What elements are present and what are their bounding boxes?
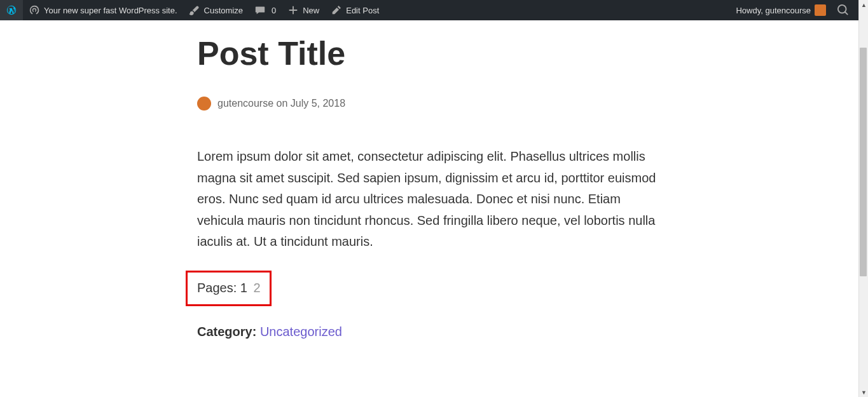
edit-post-link[interactable]: Edit Post bbox=[325, 0, 385, 20]
scroll-up-arrow[interactable]: ▲ bbox=[859, 0, 868, 10]
pagination-label: Pages: bbox=[197, 281, 240, 295]
wp-admin-bar: Your new super fast WordPress site. Cust… bbox=[0, 0, 858, 20]
category-label: Category: bbox=[197, 325, 260, 339]
post-pagination: Pages: 1 2 bbox=[197, 281, 661, 295]
comments-link[interactable]: 0 bbox=[249, 0, 282, 20]
post-date: July 5, 2018 bbox=[291, 98, 345, 109]
post-body: Lorem ipsum dolor sit amet, consectetur … bbox=[197, 146, 661, 253]
post-title: Post Title bbox=[197, 34, 661, 72]
scroll-track[interactable] bbox=[859, 10, 868, 387]
brush-icon bbox=[189, 4, 200, 16]
author-link[interactable]: gutencourse bbox=[217, 98, 273, 109]
new-content-link[interactable]: New bbox=[282, 0, 325, 20]
new-content-label: New bbox=[303, 6, 319, 15]
pagination-current: 1 bbox=[240, 281, 247, 295]
browser-scrollbar[interactable]: ▲ ▼ bbox=[858, 0, 868, 397]
plus-icon bbox=[287, 4, 299, 16]
comments-count: 0 bbox=[272, 6, 276, 15]
avatar bbox=[815, 4, 826, 16]
wp-logo-menu[interactable] bbox=[0, 0, 23, 20]
author-avatar bbox=[197, 97, 211, 111]
post-meta: gutencourse on July 5, 2018 bbox=[197, 97, 661, 111]
post-category: Category: Uncategorized bbox=[197, 325, 661, 339]
site-name-label: Your new super fast WordPress site. bbox=[44, 6, 177, 15]
category-link[interactable]: Uncategorized bbox=[260, 325, 342, 339]
search-icon bbox=[837, 4, 849, 16]
post-meta-text: gutencourse on July 5, 2018 bbox=[217, 98, 345, 109]
customize-label: Customize bbox=[204, 6, 243, 15]
page-viewport: Post Title gutencourse on July 5, 2018 L… bbox=[0, 20, 858, 397]
dashboard-icon bbox=[29, 4, 40, 16]
comment-icon bbox=[254, 4, 266, 16]
scroll-thumb[interactable] bbox=[860, 48, 867, 276]
customize-link[interactable]: Customize bbox=[183, 0, 249, 20]
wordpress-icon bbox=[6, 4, 17, 16]
scroll-down-arrow[interactable]: ▼ bbox=[859, 387, 868, 397]
my-account-link[interactable]: Howdy, gutencourse bbox=[730, 0, 832, 20]
howdy-text: Howdy, gutencourse bbox=[736, 6, 811, 15]
site-name-menu[interactable]: Your new super fast WordPress site. bbox=[23, 0, 183, 20]
pencil-icon bbox=[331, 4, 342, 16]
pagination-page-2[interactable]: 2 bbox=[254, 281, 261, 295]
search-toggle[interactable] bbox=[832, 0, 855, 20]
edit-post-label: Edit Post bbox=[346, 6, 379, 15]
